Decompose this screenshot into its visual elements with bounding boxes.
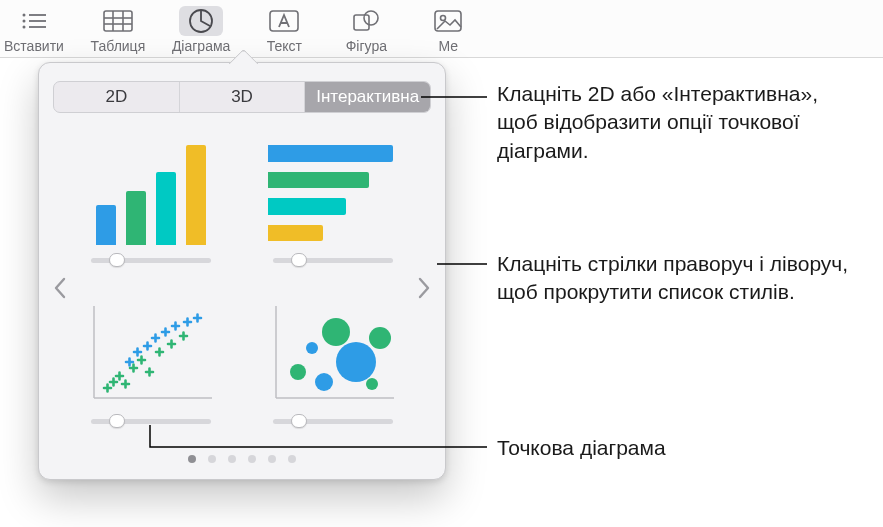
pager-dot[interactable] — [248, 455, 256, 463]
pager-dot[interactable] — [208, 455, 216, 463]
table-icon — [103, 10, 133, 32]
toolbar-label: Ме — [439, 38, 459, 54]
toolbar-label: Таблиця — [91, 38, 146, 54]
pager-dot[interactable] — [188, 455, 196, 463]
svg-point-26 — [369, 327, 391, 349]
scatter-preview-icon — [86, 302, 216, 406]
pager-dot[interactable] — [228, 455, 236, 463]
thumb-slider[interactable] — [91, 255, 211, 265]
shape-icon — [352, 9, 380, 33]
svg-point-23 — [315, 373, 333, 391]
svg-point-4 — [22, 26, 25, 29]
seg-3d[interactable]: 3D — [180, 82, 306, 112]
chart-popover: 2D 3D Інтерактивна — [38, 62, 446, 480]
callout-text-arrows: Клацніть стрілки праворуч і ліворуч, щоб… — [497, 250, 867, 307]
seg-interactive[interactable]: Інтерактивна — [305, 82, 430, 112]
pager-dot[interactable] — [268, 455, 276, 463]
toc-icon — [20, 10, 48, 32]
seg-label: 3D — [231, 87, 253, 107]
toolbar-item-media[interactable]: Ме — [420, 6, 476, 54]
gallery-next[interactable] — [413, 273, 435, 303]
svg-rect-13 — [354, 15, 369, 30]
svg-rect-6 — [104, 11, 132, 31]
svg-point-25 — [336, 342, 376, 382]
thumb-slider[interactable] — [91, 416, 211, 426]
svg-point-2 — [22, 20, 25, 23]
chart-thumb-vbar[interactable] — [83, 141, 219, 280]
thumb-slider[interactable] — [273, 255, 393, 265]
seg-label: 2D — [105, 87, 127, 107]
svg-point-0 — [22, 14, 25, 17]
chart-icon — [188, 8, 214, 34]
toolbar-label: Вставити — [4, 38, 64, 54]
chart-gallery — [53, 141, 431, 441]
svg-point-22 — [306, 342, 318, 354]
svg-point-16 — [441, 16, 446, 21]
bubble-preview-icon — [268, 302, 398, 406]
toolbar-item-table[interactable]: Таблиця — [90, 6, 146, 54]
toolbar-label: Текст — [267, 38, 302, 54]
svg-point-14 — [364, 11, 378, 25]
chart-thumb-bubble[interactable] — [265, 302, 401, 441]
callout-text-tabs: Клацніть 2D або «Інтерактивна», щоб відо… — [497, 80, 857, 165]
chevron-right-icon — [417, 276, 431, 300]
seg-2d[interactable]: 2D — [54, 82, 180, 112]
chart-thumb-hbar[interactable] — [265, 141, 401, 280]
toolbar-item-shape[interactable]: Фігура — [338, 6, 394, 54]
gallery-pager — [53, 455, 431, 463]
chart-type-segmented: 2D 3D Інтерактивна — [53, 81, 431, 113]
toolbar-item-chart[interactable]: Діаграма — [172, 6, 230, 54]
seg-label: Інтерактивна — [316, 87, 419, 107]
toolbar-label: Фігура — [346, 38, 387, 54]
callout-text-scatter: Точкова діаграма — [497, 434, 857, 462]
toolbar-item-insert[interactable]: Вставити — [4, 6, 64, 54]
toolbar: Вставити Таблиця Діаграма Текст Фігура М… — [0, 0, 883, 58]
pager-dot[interactable] — [288, 455, 296, 463]
svg-point-27 — [366, 378, 378, 390]
svg-point-21 — [290, 364, 306, 380]
toolbar-label: Діаграма — [172, 38, 230, 54]
media-icon — [434, 10, 462, 32]
text-icon — [269, 10, 299, 32]
thumb-slider[interactable] — [273, 416, 393, 426]
chart-thumb-scatter[interactable] — [83, 302, 219, 441]
gallery-prev[interactable] — [49, 273, 71, 303]
svg-point-24 — [322, 318, 350, 346]
toolbar-item-text[interactable]: Текст — [256, 6, 312, 54]
chevron-left-icon — [53, 276, 67, 300]
